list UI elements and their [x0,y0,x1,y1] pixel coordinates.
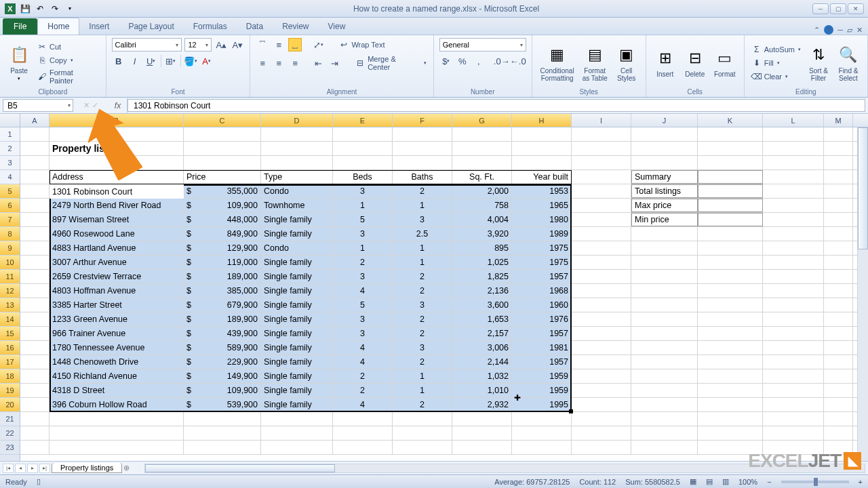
cell-I20[interactable] [572,398,631,411]
cell-K6[interactable] [698,199,763,212]
cell-B4[interactable]: Address [50,170,184,184]
cell-A1[interactable] [20,127,50,141]
cell-G14[interactable]: 1,653 [452,312,512,326]
cell-H2[interactable] [512,142,572,155]
minimize-ribbon-icon[interactable]: ⌃ [814,26,820,35]
cell-E2[interactable] [333,142,393,155]
cell-L9[interactable] [763,241,824,255]
cell-G20[interactable]: 2,932 [452,398,512,411]
cell-I7[interactable] [572,213,631,226]
cell-A14[interactable] [20,312,50,326]
cell-H5[interactable]: 1953 [512,184,572,198]
cell-I5[interactable] [572,184,631,198]
cell-D7[interactable]: Single family [261,213,333,226]
cell-G10[interactable]: 1,025 [452,256,512,269]
cell-styles-button[interactable]: ▣Cell Styles [613,38,640,87]
hscroll-thumb[interactable] [145,464,335,472]
fx-icon[interactable]: fx [108,98,127,113]
cell-H12[interactable]: 1968 [512,284,572,298]
cell-E22[interactable] [333,426,393,440]
tab-data[interactable]: Data [237,18,273,35]
cell-H23[interactable] [512,441,572,454]
cell-L1[interactable] [763,127,824,141]
autosum-button[interactable]: ΣAutoSum▾ [750,43,802,56]
cell-F7[interactable]: 3 [393,213,452,226]
undo-icon[interactable]: ↶ [34,3,46,15]
sheet-nav-first-icon[interactable]: |◂ [3,464,14,473]
save-icon[interactable]: 💾 [19,3,31,15]
row-header-20[interactable]: 20 [0,398,20,412]
qat-dropdown-icon[interactable]: ▾ [64,3,76,15]
cell-M21[interactable] [824,412,853,426]
cell-E16[interactable]: 4 [333,341,393,354]
cell-A13[interactable] [20,298,50,312]
cell-A3[interactable] [20,156,50,169]
cell-F11[interactable]: 2 [393,270,452,283]
cell-D2[interactable] [261,142,333,155]
cell-K16[interactable] [698,341,763,354]
cell-M10[interactable] [824,256,853,269]
paste-button[interactable]: 📋 Paste ▾ [5,38,33,87]
cell-L19[interactable] [763,384,824,397]
window-minimize-icon[interactable]: ─ [837,26,843,34]
cell-I8[interactable] [572,227,631,241]
col-header-K[interactable]: K [698,114,763,127]
cell-J12[interactable] [631,284,698,298]
cell-D20[interactable]: Single family [261,398,333,411]
cell-L21[interactable] [763,412,824,426]
col-header-A[interactable]: A [20,114,50,127]
cell-E13[interactable]: 5 [333,298,393,312]
cell-C3[interactable] [184,156,261,169]
zoom-slider[interactable] [781,481,849,483]
cell-G17[interactable]: 2,144 [452,355,512,369]
cell-F4[interactable]: Baths [393,170,452,184]
cell-A4[interactable] [20,170,50,184]
cell-B15[interactable]: 966 Trainer Avenue [50,327,184,340]
cell-I6[interactable] [572,199,631,212]
cell-C8[interactable]: $849,900 [184,227,261,241]
cell-D23[interactable] [261,441,333,454]
cell-E7[interactable]: 5 [333,213,393,226]
cell-G5[interactable]: 2,000 [452,184,512,198]
increase-font-icon[interactable]: A▴ [214,38,228,52]
cell-K7[interactable] [698,213,763,226]
cell-H9[interactable]: 1975 [512,241,572,255]
cell-C23[interactable] [184,441,261,454]
cell-F16[interactable]: 3 [393,341,452,354]
tab-page-layout[interactable]: Page Layout [119,18,183,35]
cell-H16[interactable]: 1981 [512,341,572,354]
cell-A8[interactable] [20,227,50,241]
cell-K21[interactable] [698,412,763,426]
cell-J19[interactable] [631,384,698,397]
cell-C12[interactable]: $385,000 [184,284,261,298]
cell-E18[interactable]: 2 [333,369,393,383]
cell-K8[interactable] [698,227,763,241]
cell-B6[interactable]: 2479 North Bend River Road [50,199,184,212]
cell-G6[interactable]: 758 [452,199,512,212]
name-box[interactable]: B5▾ [3,99,73,112]
cell-K5[interactable] [698,184,763,198]
cell-B21[interactable] [50,412,184,426]
cell-H20[interactable]: 1995 [512,398,572,411]
insert-cells-button[interactable]: ⊞Insert [652,38,679,87]
cell-G18[interactable]: 1,032 [452,369,512,383]
cell-C10[interactable]: $119,000 [184,256,261,269]
cell-L6[interactable] [763,199,824,212]
align-center-icon[interactable]: ≡ [272,56,285,70]
cell-K10[interactable] [698,256,763,269]
decrease-font-icon[interactable]: A▾ [231,38,244,52]
cell-D5[interactable]: Condo [261,184,333,198]
cell-F6[interactable]: 1 [393,199,452,212]
cell-I3[interactable] [572,156,631,169]
view-layout-icon[interactable]: ▤ [706,477,713,486]
cell-E15[interactable]: 3 [333,327,393,340]
cell-G9[interactable]: 895 [452,241,512,255]
cell-D11[interactable]: Single family [261,270,333,283]
cell-J22[interactable] [631,426,698,440]
cell-J6[interactable]: Max price [631,199,698,212]
decrease-indent-icon[interactable]: ⇤ [311,56,325,70]
row-header-6[interactable]: 6 [0,199,20,213]
col-header-I[interactable]: I [572,114,631,127]
cell-B7[interactable]: 897 Wiseman Street [50,213,184,226]
cell-G13[interactable]: 3,600 [452,298,512,312]
